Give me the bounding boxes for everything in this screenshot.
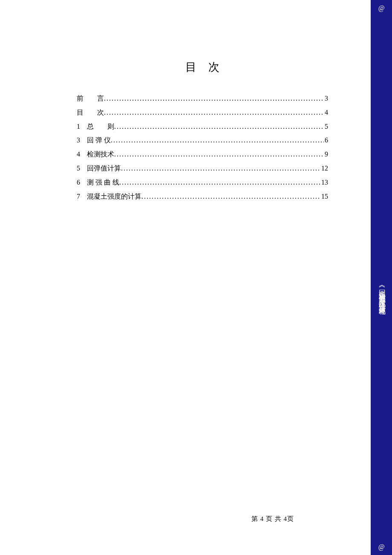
page-title: 目次 (77, 60, 328, 75)
toc-dots (141, 190, 320, 204)
toc-dots (104, 92, 324, 106)
content-area: 目次 前 言 3 目 次 4 1 总 则 5 3 回 弹 仪 6 (0, 0, 371, 555)
toc-label: 1 总 则 (77, 120, 114, 134)
toc-row: 前 言 3 (77, 92, 328, 106)
toc-row: 6 测 强 曲 线 13 (77, 176, 328, 190)
page-footer: 第 4 页 共 4页 (251, 515, 294, 523)
toc-label: 4 检测技术 (77, 147, 114, 162)
toc-page: 12 (320, 162, 328, 176)
toc-page: 5 (324, 120, 328, 134)
toc-row: 5 回弹值计算 12 (77, 162, 328, 176)
toc-dots (121, 162, 320, 176)
table-of-contents: 前 言 3 目 次 4 1 总 则 5 3 回 弹 仪 6 4 检测技术 (77, 92, 328, 203)
toc-row: 目 次 4 (77, 106, 328, 120)
page-wrapper: 目次 前 言 3 目 次 4 1 总 则 5 3 回 弹 仪 6 (0, 0, 392, 555)
toc-page: 3 (324, 92, 328, 106)
toc-page: 4 (324, 106, 328, 120)
toc-dots (111, 133, 324, 147)
toc-dots (114, 147, 324, 162)
toc-page: 15 (320, 190, 328, 204)
toc-label: 目 次 (77, 106, 104, 120)
toc-label: 前 言 (77, 92, 104, 106)
toc-page: 9 (324, 147, 328, 162)
sidebar-content: www.sinoaec.com 《回弹法检测混凝土抗压强度技术规程》 资料编号：… (352, 32, 392, 523)
toc-row: 1 总 则 5 (77, 120, 328, 134)
toc-dots (114, 120, 324, 134)
toc-row: 4 检测技术 9 (77, 147, 328, 162)
toc-label: 5 回弹值计算 (77, 162, 121, 176)
toc-page: 13 (320, 176, 328, 190)
toc-dots (119, 176, 320, 190)
toc-label: 7 混凝土强度的计算 (77, 190, 141, 204)
at-icon: @ (378, 4, 385, 12)
sidebar: @ www.sinoaec.com 《回弹法检测混凝土抗压强度技术规程》 资料编… (371, 0, 392, 555)
toc-label: 3 回 弹 仪 (77, 133, 111, 147)
toc-row: 7 混凝土强度的计算 15 (77, 190, 328, 204)
toc-dots (104, 106, 324, 120)
at-icon: @ (378, 543, 385, 551)
sidebar-book-title: 《回弹法检测混凝土抗压强度技术规程》 (378, 283, 386, 306)
toc-label: 6 测 强 曲 线 (77, 176, 119, 190)
toc-page: 6 (324, 133, 328, 147)
sidebar-code: 资料编号：JGJ/T 23—2001 J 115--2001 (352, 234, 360, 355)
toc-row: 3 回 弹 仪 6 (77, 133, 328, 147)
